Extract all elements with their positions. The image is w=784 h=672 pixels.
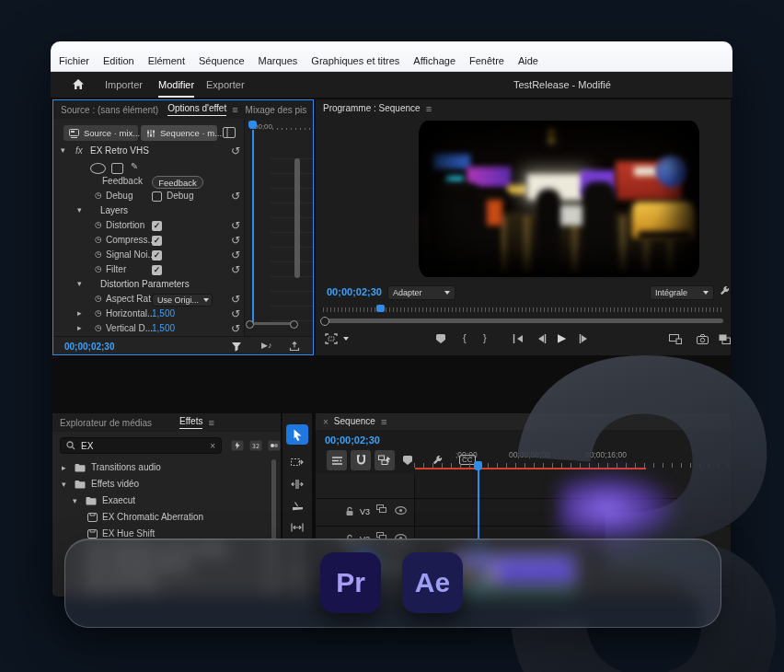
safe-margins-icon[interactable] <box>325 333 338 344</box>
stopwatch-icon[interactable]: ◷ <box>95 323 102 332</box>
program-title[interactable]: Programme : Sequence <box>323 103 421 115</box>
menu-marques[interactable]: Marques <box>259 55 298 66</box>
export-icon[interactable] <box>289 341 300 352</box>
lock-icon[interactable] <box>345 506 354 516</box>
fit-dropdown[interactable]: Adapter <box>387 285 455 300</box>
search-input-value[interactable]: EX <box>81 441 204 451</box>
mini-zoom-bar[interactable] <box>248 322 295 330</box>
sync-lock-icon[interactable] <box>376 504 386 513</box>
menu-aide[interactable]: Aide <box>518 55 538 66</box>
linked-selection-button[interactable] <box>375 450 395 470</box>
zoom-handle-left[interactable] <box>246 320 254 329</box>
home-icon[interactable] <box>72 78 85 91</box>
stopwatch-icon[interactable]: ◷ <box>95 308 102 318</box>
scrollbar-handle[interactable] <box>320 317 329 326</box>
play-audio-icon[interactable]: ▶♪ <box>261 341 271 350</box>
vertical-value[interactable]: 1,500 <box>152 323 175 333</box>
effects-search-box[interactable]: EX × <box>60 437 222 454</box>
32bpc-icon[interactable]: 32 <box>249 440 262 451</box>
stopwatch-icon[interactable]: ◷ <box>95 294 102 303</box>
reset-icon[interactable]: ↺ <box>231 264 240 275</box>
chevron-down-icon[interactable]: ▾ <box>73 496 77 505</box>
nest-toggle-button[interactable] <box>327 450 347 470</box>
reset-icon[interactable]: ↺ <box>231 235 240 246</box>
add-marker-icon[interactable] <box>435 333 446 344</box>
stopwatch-icon[interactable]: ◷ <box>95 220 102 229</box>
feedback-button[interactable]: Feedback <box>152 176 203 189</box>
tree-item-effect[interactable]: EX Chromatic Aberration <box>52 509 270 526</box>
tree-item-effets-video[interactable]: ▾ Effets vidéo <box>52 476 270 492</box>
chevron-down-icon[interactable]: ▾ <box>61 145 65 155</box>
chevron-right-icon[interactable]: ▸ <box>77 323 82 332</box>
panel-menu-icon[interactable]: ≡ <box>426 103 432 114</box>
tab-modifier[interactable]: Modifier <box>158 72 194 98</box>
yuv-icon[interactable] <box>268 440 281 451</box>
premiere-app-icon[interactable]: Pr <box>320 552 381 613</box>
panel-menu-icon[interactable]: ≡ <box>381 416 386 427</box>
reset-icon[interactable]: ↺ <box>231 308 240 319</box>
chevron-down-icon[interactable] <box>343 337 349 341</box>
reset-icon[interactable]: ↺ <box>231 191 240 202</box>
reset-icon[interactable]: ↺ <box>231 294 240 305</box>
panel-menu-icon[interactable]: ≡ <box>208 417 213 428</box>
tab-media-browser[interactable]: Explorateur de médias <box>60 418 152 428</box>
effect-controls-mini-timeline[interactable]: 00;00 <box>244 119 314 338</box>
program-timecode[interactable]: 00;00;02;30 <box>327 286 382 297</box>
menu-edition[interactable]: Edition <box>103 55 134 66</box>
reset-icon[interactable]: ↺ <box>231 323 240 334</box>
debug-checkbox[interactable] <box>152 191 162 202</box>
slip-tool[interactable] <box>286 517 308 538</box>
pen-mask-icon[interactable]: ✎ <box>131 161 138 171</box>
layers-group-row[interactable]: ▾ Layers <box>53 204 244 219</box>
program-playhead[interactable] <box>376 305 385 312</box>
chevron-right-icon[interactable]: ▸ <box>77 308 82 318</box>
zoom-handle-right[interactable] <box>290 320 298 329</box>
eye-icon[interactable] <box>395 506 407 515</box>
track-label[interactable]: V3 <box>360 507 370 516</box>
reset-icon[interactable]: ↺ <box>231 249 240 261</box>
panel-menu-icon[interactable]: ≡ <box>232 104 237 115</box>
chevron-down-icon[interactable]: ▾ <box>62 480 66 489</box>
chevron-down-icon[interactable]: ▾ <box>77 279 82 288</box>
aftereffects-app-icon[interactable]: Ae <box>402 552 463 613</box>
menu-affichage[interactable]: Affichage <box>413 55 455 66</box>
razor-tool[interactable] <box>286 496 308 516</box>
chevron-right-icon[interactable]: ▸ <box>62 463 66 472</box>
source-clip-button[interactable]: Source · mix... <box>63 125 138 141</box>
mini-scrollbar[interactable] <box>294 158 300 278</box>
tab-exporter[interactable]: Exporter <box>206 72 245 98</box>
layer-checkbox[interactable]: ✓ <box>152 236 162 246</box>
tree-item-transitions-audio[interactable]: ▸ Transitions audio <box>52 459 270 476</box>
tab-overflow-icon[interactable]: » <box>312 104 314 115</box>
mini-playhead-handle[interactable] <box>248 121 257 129</box>
menu-element[interactable]: Elément <box>148 55 185 66</box>
tab-source-monitor[interactable]: Source : (sans élément) <box>61 105 158 115</box>
timeline-timecode[interactable]: 00;00;02;30 <box>325 434 380 446</box>
ripple-edit-tool[interactable] <box>286 474 308 494</box>
track-select-forward-tool[interactable] <box>286 452 308 472</box>
accelerated-effects-icon[interactable] <box>231 440 244 451</box>
tab-audio-mixer[interactable]: Mixage des pis <box>246 105 307 115</box>
menu-sequence[interactable]: Séquence <box>199 55 245 66</box>
reset-icon[interactable]: ↺ <box>231 145 240 156</box>
clear-search-icon[interactable]: × <box>210 441 215 451</box>
distortion-group-row[interactable]: ▾ Distortion Parameters <box>53 278 244 293</box>
tab-effects[interactable]: Effets <box>179 416 202 429</box>
ellipse-mask-icon[interactable] <box>90 163 106 174</box>
stopwatch-icon[interactable]: ◷ <box>95 249 102 259</box>
filter-properties-icon[interactable] <box>231 342 242 353</box>
selection-tool[interactable] <box>286 424 308 445</box>
tab-importer[interactable]: Importer <box>105 72 143 98</box>
menu-fenetre[interactable]: Fenêtre <box>469 55 504 66</box>
stopwatch-icon[interactable]: ◷ <box>95 235 102 244</box>
close-panel-icon[interactable]: × <box>323 417 329 427</box>
mark-in-icon[interactable]: { <box>463 332 467 343</box>
chevron-down-icon[interactable]: ▾ <box>77 205 82 214</box>
layer-checkbox[interactable]: ✓ <box>152 221 162 231</box>
sequence-clip-button[interactable]: Sequence · m... <box>141 125 217 141</box>
snap-button[interactable] <box>351 450 371 470</box>
stopwatch-icon[interactable]: ◷ <box>95 191 102 200</box>
effect-controls-timecode[interactable]: 00;00;02;30 <box>64 342 114 352</box>
mini-playhead-line[interactable] <box>252 130 254 325</box>
layer-checkbox[interactable]: ✓ <box>152 265 162 275</box>
